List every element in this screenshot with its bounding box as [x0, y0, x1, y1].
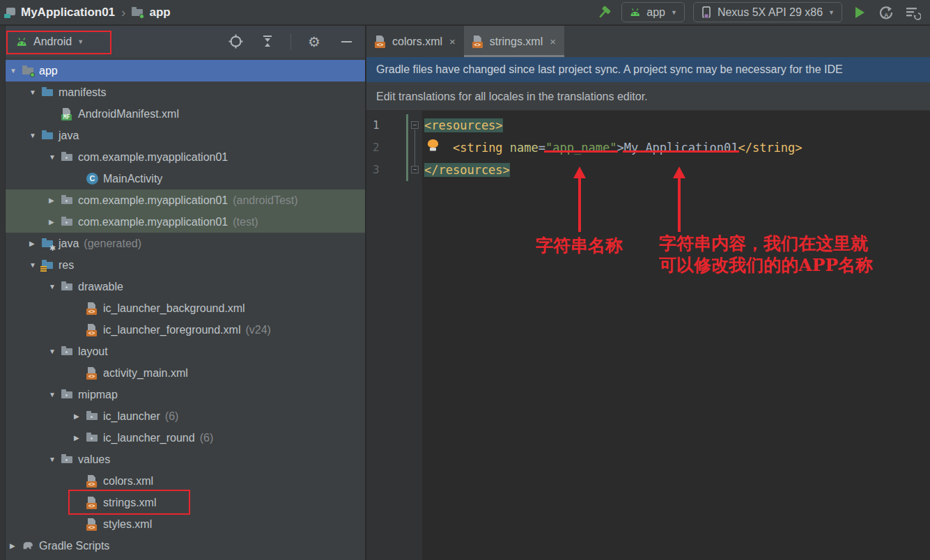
tree-suffix: (androidTest) — [233, 194, 297, 207]
tree-row-colors-xml[interactable]: <>colors.xml — [6, 470, 365, 492]
locate-file-icon[interactable] — [226, 33, 245, 51]
code-token: </resources> — [424, 163, 510, 177]
collapsed-arrow-icon[interactable]: ▶ — [10, 542, 22, 550]
run-configuration-select[interactable]: app ▼ — [621, 2, 685, 22]
tree-row-mainactivity[interactable]: CMainActivity — [6, 168, 365, 189]
expanded-arrow-icon[interactable]: ▼ — [49, 348, 61, 355]
tree-label: ic_launcher_foreground.xml — [103, 324, 240, 336]
annotation-string-content: 字符串内容，我们在这里就 可以修改我们的的APP名称 — [659, 233, 873, 276]
tree-row-gradle-scripts[interactable]: ▶Gradle Scripts — [6, 535, 365, 557]
tree-row-androidmanifest-xml[interactable]: MFAndroidManifest.xml — [6, 103, 365, 125]
tree-row-values[interactable]: ▼values — [6, 449, 365, 470]
collapsed-arrow-icon[interactable]: ▶ — [74, 412, 86, 420]
code-token: "app_name" — [545, 141, 617, 155]
translations-notification[interactable]: Edit translations for all locales in the… — [366, 82, 930, 111]
tree-row-mipmap[interactable]: ▼mipmap — [6, 384, 365, 405]
class-circle-icon: C — [86, 173, 98, 185]
res-folder-icon — [42, 259, 54, 271]
tab-colors-xml[interactable]: <>colors.xml× — [366, 26, 464, 57]
hide-panel-icon[interactable] — [337, 33, 355, 51]
tree-label: app — [39, 65, 58, 77]
collapse-all-icon[interactable] — [258, 33, 277, 51]
tree-suffix: (test) — [233, 216, 258, 228]
fold-marker-icon[interactable]: − — [411, 166, 419, 173]
chevron-down-icon: ▼ — [77, 38, 84, 45]
tree-label: com.example.myapplication01 — [78, 194, 228, 207]
tree-row-ic-launcher-foreground-xml[interactable]: <>ic_launcher_foreground.xml(v24) — [6, 319, 365, 341]
tree-row-ic-launcher-background-xml[interactable]: <>ic_launcher_background.xml — [6, 297, 365, 319]
tree-row-res[interactable]: ▼res — [6, 254, 365, 276]
expanded-arrow-icon[interactable]: ▼ — [49, 153, 61, 161]
tree-row-com-example-myapplication01[interactable]: ▼com.example.myapplication01 — [6, 146, 365, 168]
tree-row-styles-xml[interactable]: <>styles.xml — [6, 513, 365, 535]
code-token — [503, 141, 510, 155]
apply-code-changes-icon[interactable] — [904, 3, 922, 22]
breadcrumb-project[interactable]: MyApplication01 — [21, 6, 115, 20]
code-token: <resources> — [424, 118, 503, 132]
line-number: 3 — [366, 159, 394, 181]
tree-row-com-example-myapplication01[interactable]: ▶com.example.myapplication01(test) — [6, 211, 365, 233]
toolbar-separator — [290, 33, 291, 50]
tree-row-app[interactable]: ▼app — [6, 60, 365, 81]
tree-row-strings-xml[interactable]: <>strings.xml — [6, 492, 365, 513]
collapsed-arrow-icon[interactable]: ▶ — [74, 434, 86, 442]
settings-gear-icon[interactable]: ⚙ — [305, 33, 323, 51]
tree-row-java[interactable]: ▶✱java(generated) — [6, 233, 365, 254]
tree-row-drawable[interactable]: ▼drawable — [6, 276, 365, 297]
tree-suffix: (6) — [165, 410, 179, 423]
code-line-3[interactable]: 3</resources> — [366, 159, 930, 181]
tree-row-layout[interactable]: ▼layout — [6, 341, 365, 362]
device-label: Nexus 5X API 29 x86 — [718, 6, 823, 19]
expanded-arrow-icon[interactable]: ▼ — [49, 391, 61, 398]
gradle-elephant-icon — [22, 540, 34, 552]
close-tab-icon[interactable]: × — [550, 36, 556, 47]
close-tab-icon[interactable]: × — [449, 36, 456, 47]
folder-gray-icon — [86, 432, 98, 444]
expanded-arrow-icon[interactable]: ▼ — [49, 456, 61, 463]
xml-file-icon: <> — [375, 36, 387, 47]
tree-row-java[interactable]: ▼java — [6, 125, 365, 146]
apply-changes-icon[interactable]: A — [877, 3, 895, 22]
device-select[interactable]: Nexus 5X API 29 x86 ▼ — [693, 2, 842, 22]
collapsed-arrow-icon[interactable]: ▶ — [29, 240, 42, 247]
tree-row-manifests[interactable]: ▼manifests — [6, 81, 365, 103]
expanded-arrow-icon[interactable]: ▼ — [49, 283, 61, 290]
folder-gray-icon — [86, 410, 98, 422]
xml-file-icon: <> — [86, 497, 98, 508]
folder-gray-icon — [61, 389, 73, 400]
fold-connector — [414, 130, 415, 166]
gradle-sync-notification[interactable]: Gradle files have changed since last pro… — [366, 57, 930, 82]
fold-marker-icon[interactable]: − — [411, 121, 419, 129]
collapsed-arrow-icon[interactable]: ▶ — [49, 196, 61, 204]
tree-row-ic-launcher-round[interactable]: ▶ic_launcher_round(6) — [6, 427, 365, 449]
breadcrumb-module[interactable]: app — [149, 6, 170, 20]
tree-suffix: (6) — [200, 432, 214, 444]
tab-strings-xml[interactable]: <>strings.xml× — [464, 26, 564, 57]
expanded-arrow-icon[interactable]: ▼ — [10, 67, 22, 75]
android-head-icon — [629, 8, 641, 17]
tree-suffix: (v24) — [245, 324, 270, 336]
android-head-icon — [15, 37, 28, 47]
intention-bulb-icon[interactable] — [428, 139, 438, 148]
run-button[interactable] — [851, 3, 869, 22]
tree-label: Gradle Scripts — [39, 540, 109, 552]
tree-label: values — [78, 453, 110, 466]
expanded-arrow-icon[interactable]: ▼ — [29, 88, 42, 96]
build-hammer-icon[interactable] — [595, 3, 613, 22]
project-view-selector[interactable]: Android ▼ — [15, 36, 84, 48]
tree-row-activity-main-xml[interactable]: <>activity_main.xml — [6, 362, 365, 384]
code-token: > — [617, 141, 623, 155]
tree-label: strings.xml — [103, 497, 156, 509]
module-folder-icon — [22, 65, 34, 77]
code-line-2[interactable]: 2 <string name="app_name">My Application… — [366, 137, 930, 159]
tree-row-ic-launcher[interactable]: ▶ic_launcher(6) — [6, 405, 365, 427]
line-number: 1 — [366, 114, 394, 137]
code-editor[interactable]: − − 1<resources>2 <string name="app_name… — [366, 111, 930, 560]
breadcrumb-separator-icon: › — [121, 5, 125, 20]
manifest-file-icon: MF — [61, 108, 73, 120]
code-line-1[interactable]: 1<resources> — [366, 114, 930, 137]
tree-row-com-example-myapplication01[interactable]: ▶com.example.myapplication01(androidTest… — [6, 189, 365, 211]
tree-label: activity_main.xml — [103, 367, 188, 380]
expanded-arrow-icon[interactable]: ▼ — [29, 132, 42, 139]
collapsed-arrow-icon[interactable]: ▶ — [49, 218, 61, 226]
